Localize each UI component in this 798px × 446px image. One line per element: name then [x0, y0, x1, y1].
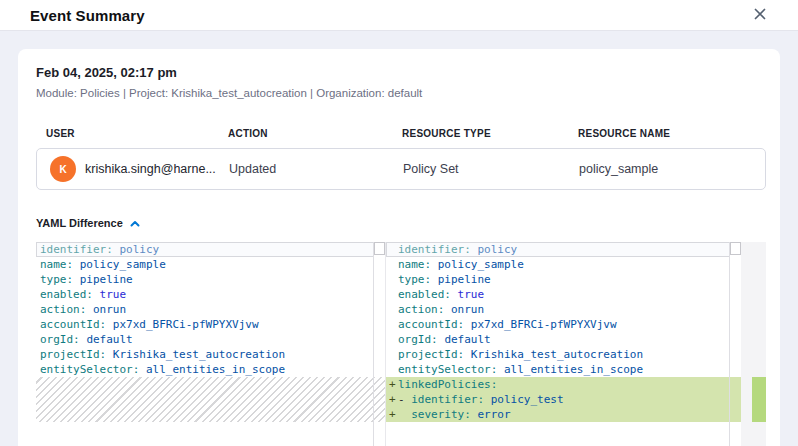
code-line: enabled: true [386, 287, 741, 302]
user-email: krishika.singh@harne... [85, 162, 216, 176]
yaml-diff-editor: identifier: policyname: policy_sampletyp… [36, 242, 766, 446]
diff-add-sign: + [389, 392, 396, 407]
yaml-difference-label: YAML Difference [36, 217, 123, 229]
code-line: action: onrun [386, 302, 741, 317]
code-line: action: onrun [36, 302, 385, 317]
code-line: identifier: policy [386, 242, 741, 257]
overview-ruler [741, 242, 766, 446]
code-line: identifier: policy [36, 242, 385, 257]
column-header-action: ACTION [228, 128, 402, 139]
code-line: entitySelector: all_entities_in_scope [386, 362, 741, 377]
event-summary-modal: Event Summary Feb 04, 2025, 02:17 pm Mod… [0, 0, 798, 446]
diff-pane-modified[interactable]: identifier: policyname: policy_sampletyp… [385, 242, 741, 446]
column-header-resource-type: RESOURCE TYPE [402, 128, 578, 139]
scrollbar-thumb[interactable] [374, 242, 385, 255]
code-line: + severity: error [386, 407, 741, 422]
avatar: K [50, 156, 76, 182]
code-line: name: policy_sample [386, 257, 741, 272]
modal-body: Feb 04, 2025, 02:17 pm Module: Policies … [0, 31, 798, 446]
event-card: Feb 04, 2025, 02:17 pm Module: Policies … [18, 49, 780, 446]
code-line: +- identifier: policy_test [386, 392, 741, 407]
close-button[interactable] [750, 4, 770, 24]
collapse-toggle[interactable] [130, 220, 140, 227]
diff-add-sign: + [389, 407, 396, 422]
code-line: type: pipeline [386, 272, 741, 287]
code-line: accountId: px7xd_BFRCi-pfWPYXVjvw [386, 317, 741, 332]
modified-code-lines: identifier: policyname: policy_sampletyp… [386, 242, 741, 422]
code-line: accountId: px7xd_BFRCi-pfWPYXVjvw [36, 317, 385, 332]
code-line: name: policy_sample [36, 257, 385, 272]
chevron-up-icon [130, 220, 140, 227]
resource-type-cell: Policy Set [403, 162, 579, 176]
code-line: +linkedPolicies: [386, 377, 741, 392]
event-timestamp: Feb 04, 2025, 02:17 pm [36, 65, 766, 80]
code-line: orgId: default [386, 332, 741, 347]
code-line: type: pipeline [36, 272, 385, 287]
event-context: Module: Policies | Project: Krishika_tes… [36, 87, 766, 99]
scrollbar-track [373, 242, 374, 446]
code-line: orgId: default [36, 332, 385, 347]
diff-pane-original[interactable]: identifier: policyname: policy_sampletyp… [36, 242, 385, 446]
original-code-lines: identifier: policyname: policy_sampletyp… [36, 242, 385, 422]
column-header-resource-name: RESOURCE NAME [578, 128, 766, 139]
code-line: projectId: Krishika_test_autocreation [386, 347, 741, 362]
scrollbar-thumb[interactable] [730, 242, 741, 255]
column-header-user: USER [36, 128, 228, 139]
yaml-difference-section: YAML Difference [36, 217, 766, 229]
user-cell: K krishika.singh@harne... [37, 156, 229, 182]
close-icon [754, 8, 766, 20]
table-row[interactable]: K krishika.singh@harne... Updated Policy… [36, 148, 766, 190]
code-line: projectId: Krishika_test_autocreation [36, 347, 385, 362]
diff-add-sign: + [389, 377, 396, 392]
table-header: USER ACTION RESOURCE TYPE RESOURCE NAME [36, 128, 766, 139]
diff-added-marker [752, 377, 766, 422]
scrollbar-track [729, 242, 730, 446]
modal-header: Event Summary [0, 0, 798, 31]
page-title: Event Summary [30, 7, 145, 24]
action-cell: Updated [229, 162, 403, 176]
diff-placeholder-hatch [36, 377, 385, 422]
code-line: entitySelector: all_entities_in_scope [36, 362, 385, 377]
code-line: enabled: true [36, 287, 385, 302]
resource-name-cell: policy_sample [579, 162, 765, 176]
